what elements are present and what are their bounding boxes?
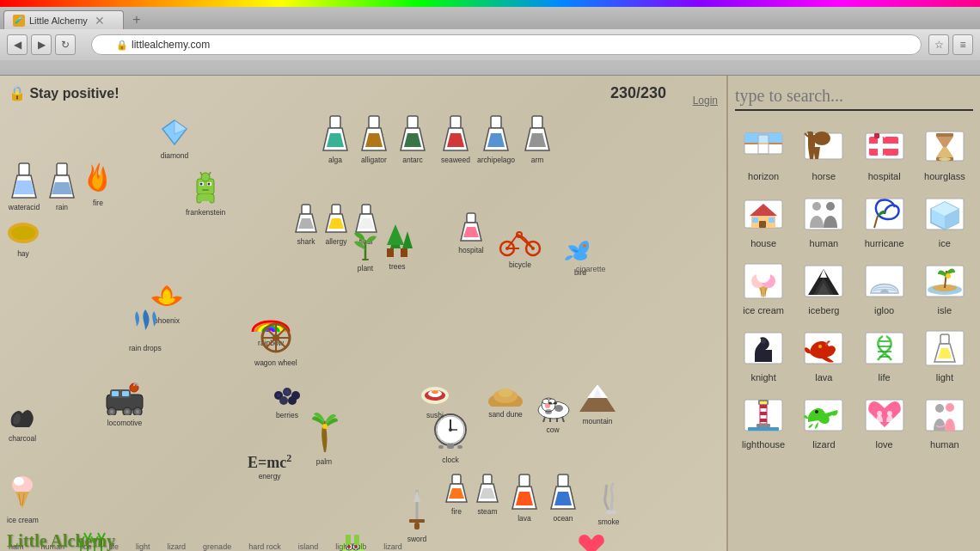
element-flask-steam[interactable]: steam: [474, 473, 501, 516]
refresh-button[interactable]: ↻: [55, 34, 76, 55]
horizon-icon: [741, 125, 786, 169]
svg-rect-242: [760, 405, 767, 408]
house-label: house: [737, 238, 790, 248]
svg-point-149: [322, 424, 328, 429]
element-water[interactable]: wateracid: [7, 162, 41, 211]
element-lava2[interactable]: lava: [507, 473, 542, 523]
knight-icon: [741, 326, 786, 370]
menu-button[interactable]: ≡: [952, 34, 973, 55]
ice-cream-label: ice cream: [737, 305, 790, 315]
login-button[interactable]: Login: [693, 95, 718, 107]
svg-point-179: [813, 132, 830, 145]
svg-rect-173: [758, 135, 769, 154]
sidebar-item-love[interactable]: love: [856, 389, 913, 453]
new-tab-button[interactable]: +: [126, 10, 148, 29]
ice-cream-icon: [741, 259, 786, 303]
sidebar-item-knight[interactable]: knight: [735, 322, 792, 386]
element-droplets[interactable]: rain drops: [129, 306, 162, 352]
back-button[interactable]: ◀: [7, 34, 28, 55]
svg-rect-197: [759, 221, 766, 228]
svg-rect-159: [409, 519, 425, 523]
element-flask-green[interactable]: antarc: [395, 114, 430, 164]
forward-button[interactable]: ▶: [31, 34, 52, 55]
sidebar-item-light[interactable]: light: [916, 322, 973, 386]
hurricane-label: hurricane: [858, 238, 911, 248]
lock-icon: 🔒: [116, 40, 128, 51]
human-label: human: [797, 238, 850, 248]
scattered-elements: diamond wateracid rain: [0, 76, 726, 551]
svg-rect-52: [457, 445, 462, 449]
svg-point-68: [554, 405, 563, 412]
sidebar-item-ice-cream[interactable]: ice cream: [735, 255, 792, 319]
element-cow[interactable]: cow: [531, 389, 574, 434]
element-flask-shark[interactable]: shark: [292, 203, 320, 246]
element-bicycle[interactable]: bicycle: [499, 226, 542, 269]
element-hay[interactable]: hay: [7, 220, 40, 258]
sidebar-item-ice[interactable]: ice: [916, 188, 973, 252]
sidebar-item-life[interactable]: life: [856, 322, 913, 386]
sidebar-item-horse[interactable]: horse: [795, 121, 852, 185]
sidebar-item-human2[interactable]: human: [916, 389, 973, 453]
svg-marker-4: [14, 181, 34, 194]
element-smoke[interactable]: smoke: [593, 480, 624, 526]
element-flask-fire2[interactable]: fire: [443, 473, 470, 516]
sidebar-item-lizard[interactable]: lizard: [795, 389, 852, 453]
sidebar-item-human[interactable]: human: [795, 188, 852, 252]
sidebar-item-lighthouse[interactable]: lighthouse: [735, 389, 792, 453]
sidebar-item-hurricane[interactable]: hurricane: [856, 188, 913, 252]
playfield[interactable]: 🔒 Stay positive! 230/230 Login diamond w…: [0, 76, 726, 551]
element-flask-gray[interactable]: arm: [520, 114, 554, 164]
element-ocean[interactable]: ocean: [546, 473, 580, 523]
sidebar-item-house[interactable]: house: [735, 188, 792, 252]
element-energy[interactable]: E=mc2 energy: [248, 452, 291, 481]
address-bar[interactable]: 🔒 littlealchemy.com: [91, 34, 922, 55]
svg-rect-248: [748, 427, 779, 431]
svg-point-69: [545, 409, 552, 414]
element-trees[interactable]: trees: [378, 217, 416, 271]
element-mountain[interactable]: mountain: [578, 381, 617, 425]
element-wheel[interactable]: wagon wheel: [254, 321, 297, 367]
sidebar-item-hourglass[interactable]: hourglass: [916, 121, 973, 185]
element-flask-brown[interactable]: alligator: [357, 114, 391, 164]
search-input[interactable]: [735, 83, 973, 111]
element-sushi[interactable]: sushi: [418, 382, 452, 419]
element-plant[interactable]: plant: [349, 226, 382, 272]
element-flask-teal[interactable]: alga: [318, 114, 352, 164]
element-flask-hospital[interactable]: hospital: [457, 211, 485, 254]
element-diamond[interactable]: diamond: [159, 117, 190, 160]
element-fire[interactable]: fire: [83, 157, 113, 207]
svg-point-67: [554, 402, 557, 405]
iceberg-label: iceberg: [797, 305, 850, 315]
svg-rect-186: [869, 144, 900, 149]
sidebar-item-hospital[interactable]: hospital: [856, 121, 913, 185]
igloo-label: igloo: [858, 305, 911, 315]
element-palm[interactable]: palm: [307, 409, 341, 466]
element-flask-blue2[interactable]: archipelago: [477, 114, 515, 164]
element-coal[interactable]: charcoal: [7, 407, 38, 443]
svg-rect-130: [302, 205, 310, 214]
sidebar-item-iceberg[interactable]: iceberg: [795, 255, 852, 319]
element-flask-red2[interactable]: seaweed: [438, 114, 473, 164]
svg-rect-23: [532, 116, 542, 128]
svg-point-49: [449, 428, 452, 432]
tab-bar: 🧪 Little Alchemy ✕ +: [0, 7, 980, 29]
active-tab[interactable]: 🧪 Little Alchemy ✕: [3, 10, 124, 29]
element-ice-cream2[interactable]: ice cream: [7, 471, 39, 524]
lava-label: lava: [797, 372, 850, 383]
tab-close[interactable]: ✕: [95, 14, 105, 28]
element-train[interactable]: locomotive: [103, 381, 146, 427]
sidebar-item-horizon[interactable]: horizon: [735, 121, 792, 185]
bookmark-button[interactable]: ☆: [928, 34, 949, 55]
svg-point-70: [606, 510, 611, 514]
element-android[interactable]: frankenstein: [186, 168, 225, 217]
element-flask-allergy[interactable]: allergy: [322, 203, 350, 246]
sidebar-item-igloo[interactable]: igloo: [856, 255, 913, 319]
sidebar-item-isle[interactable]: isle: [916, 255, 973, 319]
element-sword[interactable]: sword: [404, 488, 430, 543]
svg-point-228: [761, 339, 766, 344]
ice-label: ice: [918, 238, 971, 248]
sidebar-item-lava[interactable]: lava: [795, 322, 852, 386]
element-berries[interactable]: berries: [272, 383, 303, 419]
element-sand-dune[interactable]: sand dune: [486, 381, 525, 419]
element-rain[interactable]: rain: [45, 162, 79, 211]
